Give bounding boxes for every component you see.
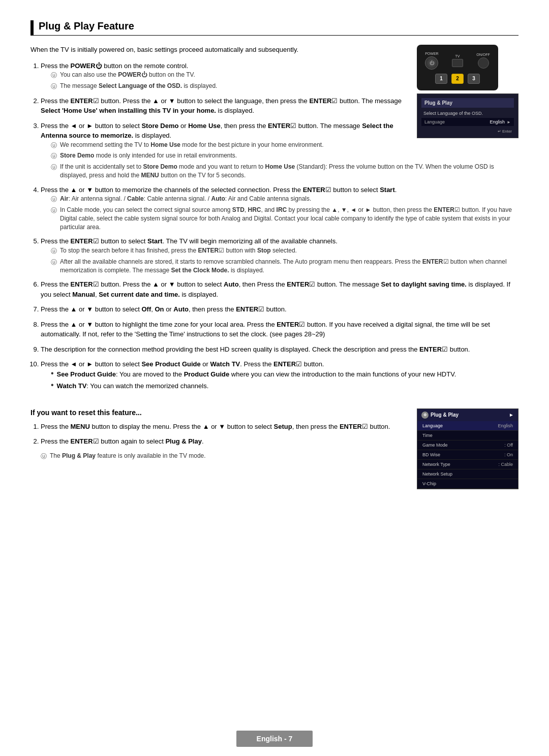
step-1-note-2: ⓤ The message Select Language of the OSD… xyxy=(51,82,408,91)
setup-menu-vchip: V-Chip xyxy=(417,479,518,489)
setup-item-label: Time xyxy=(422,433,433,438)
remote-onoff-label: ON/OFF xyxy=(476,53,490,56)
setup-menu-arrow: ► xyxy=(509,412,514,418)
note-icon: ⓤ xyxy=(51,82,57,91)
step-1-note-1: ⓤ You can also use the POWER⏻ button on … xyxy=(51,71,408,80)
footer-page-label: English - 7 xyxy=(236,731,313,747)
remote-btn-2: 2 xyxy=(451,74,464,84)
osd-dialog: Plug & Play Select Language of the OSD. … xyxy=(417,93,518,138)
bullet-dot: • xyxy=(51,369,54,377)
osd-title: Plug & Play xyxy=(421,98,514,108)
setup-menu: ⚙ Plug & Play ► Language English Time Ga… xyxy=(417,408,518,489)
remote-tv-btn xyxy=(452,59,463,67)
osd-enter-label: ↵ Enter xyxy=(421,128,514,134)
note-icon: ⓤ xyxy=(51,258,57,267)
setup-menu-networksetup: Network Setup xyxy=(417,469,518,479)
step-3-note-2: ⓤ Store Demo mode is only intended for u… xyxy=(51,151,518,161)
step-6: Press the ENTER☑ button. Press the ▲ or … xyxy=(41,279,518,299)
step-4-note-1: ⓤ Air: Air antenna signal. / Cable: Cabl… xyxy=(51,195,518,204)
remote-power-label: POWER xyxy=(425,52,438,55)
osd-lang-label: Language xyxy=(424,119,445,124)
note-icon: ⓤ xyxy=(51,195,57,204)
setup-menu-networktype: Network Type : Cable xyxy=(417,460,518,469)
setup-menu-header: ⚙ Plug & Play ► xyxy=(417,409,518,421)
remote-btn-3: 3 xyxy=(468,74,480,84)
setup-item-label: Network Setup xyxy=(422,471,452,477)
setup-menu-bdwise: BD Wise : On xyxy=(417,450,518,460)
step-9: The description for the connection metho… xyxy=(41,344,518,355)
setup-item-label: Language xyxy=(422,423,443,428)
step-10-bullet-1: • See Product Guide: You are moved to th… xyxy=(51,369,518,380)
setup-item-label: V-Chip xyxy=(422,481,436,486)
reset-note: ⓤ The Plug & Play feature is only availa… xyxy=(41,452,408,461)
setup-item-value: : On xyxy=(504,452,513,457)
setup-item-value: English xyxy=(498,423,513,428)
top-image-area: POWER ⏻ TV ON/OFF 1 2 3 Plug & Play xyxy=(417,45,518,138)
setup-menu-language: Language English xyxy=(417,421,518,431)
osd-lang-value: English xyxy=(490,119,505,124)
setup-item-value: : Off xyxy=(504,443,513,448)
step-8: Press the ▲ or ▼ button to highlight the… xyxy=(41,320,518,339)
note-icon: ⓤ xyxy=(41,452,47,461)
note-icon: ⓤ xyxy=(51,152,57,161)
note-icon: ⓤ xyxy=(51,206,57,215)
step-5-note-2: ⓤ After all the available channels are s… xyxy=(51,258,518,275)
setup-gear-icon: ⚙ xyxy=(421,412,429,419)
reset-section: ⚙ Plug & Play ► Language English Time Ga… xyxy=(30,408,518,494)
step-5: Press the ENTER☑ button to select Start.… xyxy=(41,236,518,274)
step-5-note-1: ⓤ To stop the search before it has finis… xyxy=(51,246,518,256)
setup-menu-gamemode: Game Mode : Off xyxy=(417,440,518,450)
step-10: Press the ◄ or ► button to select See Pr… xyxy=(41,359,518,391)
note-icon: ⓤ xyxy=(51,141,57,150)
osd-subtitle: Select Language of the OSD. xyxy=(421,111,514,116)
setup-menu-image: ⚙ Plug & Play ► Language English Time Ga… xyxy=(417,408,518,489)
page-title: Plug & Play Feature xyxy=(30,20,518,36)
remote-power-btn: ⏻ xyxy=(425,56,438,70)
step-4-note-2: ⓤ In Cable mode, you can select the corr… xyxy=(51,206,518,231)
bullet-dot: • xyxy=(51,381,54,389)
note-icon: ⓤ xyxy=(51,71,57,80)
remote-control-image: POWER ⏻ TV ON/OFF 1 2 3 xyxy=(417,45,498,90)
step-4: Press the ▲ or ▼ button to memorize the … xyxy=(41,185,518,232)
osd-language-row: Language English ► xyxy=(421,118,514,126)
footer: English - 7 xyxy=(0,721,549,756)
setup-menu-time: Time xyxy=(417,431,518,440)
setup-item-label: BD Wise xyxy=(422,452,440,457)
step-3-note-1: ⓤ We recommend setting the TV to Home Us… xyxy=(51,141,408,150)
step-3-note-3: ⓤ If the unit is accidentally set to Sto… xyxy=(51,163,518,180)
note-icon: ⓤ xyxy=(51,247,57,256)
remote-onoff-btn xyxy=(478,57,489,69)
note-icon: ⓤ xyxy=(51,163,57,172)
remote-tv-label: TV xyxy=(455,54,460,58)
remote-btn-1: 1 xyxy=(435,74,447,84)
setup-menu-title: Plug & Play xyxy=(431,412,459,418)
osd-right-arrow: ► xyxy=(507,120,511,124)
setup-item-label: Game Mode xyxy=(422,443,448,448)
step-10-bullet-2: • Watch TV: You can watch the memorized … xyxy=(51,381,518,391)
setup-item-label: Network Type xyxy=(422,462,450,467)
setup-item-value: : Cable xyxy=(498,462,513,467)
step-7: Press the ▲ or ▼ button to select Off, O… xyxy=(41,304,518,314)
